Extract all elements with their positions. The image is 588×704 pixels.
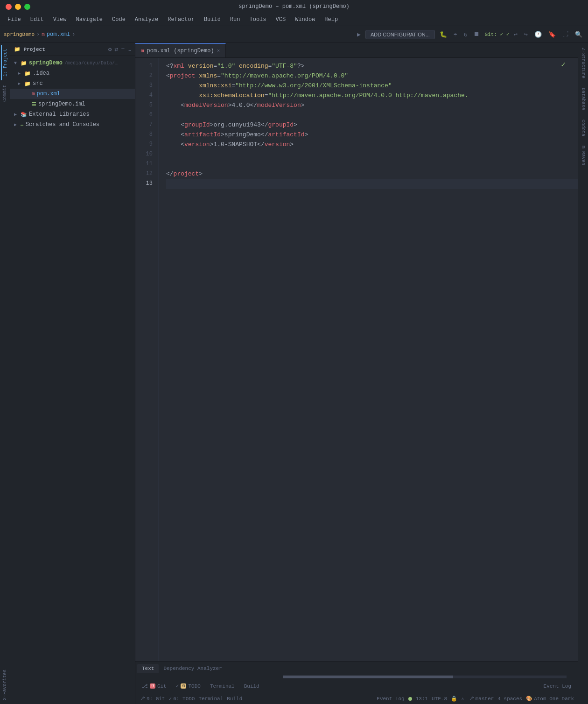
horizontal-scrollbar[interactable] (135, 675, 578, 679)
code-line-8: <artifactId>springDemo</artifactId> (166, 130, 578, 140)
undo-icon[interactable]: ↩ (512, 30, 519, 39)
content-tab-text[interactable]: Text (137, 664, 159, 673)
editor-tab-pom-xml[interactable]: m pom.xml (springDemo) × (135, 43, 226, 57)
code-line-12: </project> (166, 169, 578, 179)
tree-item-iml[interactable]: ☰ springDemo.iml (10, 99, 135, 109)
line-num-3: 3 (135, 81, 153, 91)
status-event-log[interactable]: Event Log (377, 696, 404, 702)
menu-run[interactable]: Run (226, 15, 244, 24)
status-build[interactable]: Build (227, 696, 242, 702)
settings-icon[interactable]: ⚙ (108, 46, 112, 53)
menu-vcs[interactable]: VCS (272, 15, 290, 24)
menu-analyze[interactable]: Analyze (131, 15, 162, 24)
bookmark-icon[interactable]: 🔖 (546, 30, 558, 39)
menu-edit[interactable]: Edit (27, 15, 48, 24)
code-line-4: xsi:schemaLocation="http://maven.apache.… (166, 91, 578, 101)
menu-file[interactable]: File (4, 15, 25, 24)
git-icon: ⎇ (142, 683, 148, 689)
layout-icon[interactable]: ⇄ (115, 46, 119, 53)
bottom-tab-event-log[interactable]: Event Log (539, 682, 576, 691)
line-num-7: 7 (135, 120, 153, 130)
scrollbar-thumb[interactable] (283, 676, 453, 678)
more-icon[interactable]: … (127, 46, 131, 53)
bottom-tab-terminal[interactable]: Terminal (205, 682, 239, 691)
bottom-tab-git[interactable]: ⎇ 9 Git (137, 681, 171, 691)
add-configuration-button[interactable]: ADD CONFIGURATION... (365, 30, 435, 39)
status-dot-icon (408, 697, 412, 701)
tree-item-scratches[interactable]: ▶ ✏ Scratches and Consoles (10, 120, 135, 130)
search-icon[interactable]: 🔍 (573, 30, 584, 39)
menu-window[interactable]: Window (291, 15, 319, 24)
breadcrumb-file[interactable]: pom.xml (47, 31, 70, 38)
close-button[interactable] (6, 4, 12, 10)
panel-header: 📁 Project ⚙ ⇄ − … (10, 43, 135, 56)
coverage-icon[interactable]: ☂ (452, 30, 459, 39)
code-line-2: <project xmlns="http://maven.apache.org/… (166, 71, 578, 81)
tree-item-external-libs[interactable]: ▶ 📚 External Libraries (10, 109, 135, 120)
tree-item-src[interactable]: ▶ 📁 src (10, 78, 135, 89)
status-warning[interactable]: ⚠ (461, 696, 464, 702)
menu-code[interactable]: Code (108, 15, 129, 24)
run-icon[interactable]: ▶ (355, 30, 363, 39)
line-num-12: 12 (135, 169, 153, 179)
debug-icon[interactable]: 🐛 (438, 30, 449, 39)
expand-icon[interactable]: ⛶ (560, 30, 570, 39)
redo-icon[interactable]: ↪ (522, 30, 530, 39)
minimize-button[interactable] (15, 4, 21, 10)
breadcrumb-project[interactable]: springDemo (4, 32, 35, 37)
menu-navigate[interactable]: Navigate (72, 15, 106, 24)
git-branch-label: 9: Git (147, 696, 165, 702)
toolbar: springDemo › m pom.xml › ▶ ADD CONFIGURA… (0, 26, 588, 43)
menu-tools[interactable]: Tools (246, 15, 270, 24)
right-tab-structure[interactable]: Z-Structure (579, 43, 587, 83)
folder-icon: 📁 (24, 70, 31, 77)
content-tab-dependency-analyzer[interactable]: Dependency Analyzer (159, 664, 226, 673)
activity-commit[interactable]: Commit (1, 81, 8, 106)
status-branch[interactable]: ⎇ master (468, 696, 494, 702)
code-content[interactable]: <?xml version="1.0" encoding="UTF-8"?> <… (159, 58, 578, 661)
status-encoding[interactable]: UTF-8 (432, 696, 447, 702)
code-line-5: <modelVersion>4.0.0</modelVersion> (166, 101, 578, 111)
status-todo[interactable]: ✓ 6: TODO (169, 696, 195, 702)
title-bar: springDemo – pom.xml (springDemo) (0, 0, 588, 13)
breadcrumb-separator: › (36, 31, 40, 38)
todo-label: TODO (188, 683, 200, 689)
menu-help[interactable]: Help (321, 15, 342, 24)
position-label: 13:1 (416, 696, 428, 702)
stop-icon[interactable]: ⏹ (472, 30, 482, 39)
history-icon[interactable]: 🕐 (532, 30, 544, 39)
menu-refactor[interactable]: Refactor (164, 15, 198, 24)
xml-icon: m (32, 91, 35, 97)
status-terminal[interactable]: Terminal (198, 696, 223, 702)
tree-item-pom-xml[interactable]: m pom.xml (10, 89, 135, 99)
maximize-button[interactable] (24, 4, 30, 10)
tab-close-icon[interactable]: × (217, 48, 220, 54)
bottom-tab-build[interactable]: Build (239, 682, 264, 691)
tree-item-idea[interactable]: ▶ 📁 .idea (10, 68, 135, 78)
status-lock[interactable]: 🔒 (451, 696, 457, 702)
menu-view[interactable]: View (49, 15, 70, 24)
activity-favorites[interactable]: 2-Favorites (1, 666, 8, 704)
tree-path: /media/cunyu/Data/… (64, 61, 118, 66)
activity-project[interactable]: 1: Project (1, 45, 9, 80)
menu-build[interactable]: Build (200, 15, 224, 24)
status-theme[interactable]: 🎨 Atom One Dark (526, 696, 574, 702)
line-num-2: 2 (135, 71, 153, 81)
build-label: Build (244, 683, 259, 689)
right-tab-maven[interactable]: m Maven (579, 141, 587, 170)
status-git[interactable]: ⎇ 9: Git (139, 696, 165, 702)
right-tab-database[interactable]: Database (579, 83, 587, 115)
status-position[interactable]: 13:1 (416, 696, 428, 702)
code-editor[interactable]: 1 2 3 4 5 6 7 8 9 10 11 12 13 <?xml vers… (135, 58, 578, 661)
content-tabs: Text Dependency Analyzer (135, 661, 578, 675)
bottom-tab-todo[interactable]: ✓ 6 TODO (171, 681, 205, 691)
line-num-10: 10 (135, 150, 153, 160)
status-spaces[interactable]: 4 spaces (497, 696, 522, 702)
right-tab-godot[interactable]: Codota (579, 115, 587, 141)
refresh-icon[interactable]: ↻ (462, 30, 469, 39)
toolbar-right: ▶ ADD CONFIGURATION... 🐛 ☂ ↻ ⏹ Git: ✓ ✓ … (355, 30, 584, 39)
expand-icon: ▶ (18, 70, 23, 76)
minimize-panel-icon[interactable]: − (121, 46, 125, 53)
tree-item-springdemo[interactable]: ▼ 📁 springDemo /media/cunyu/Data/… (10, 58, 135, 68)
tree-label-idea: .idea (33, 70, 49, 77)
